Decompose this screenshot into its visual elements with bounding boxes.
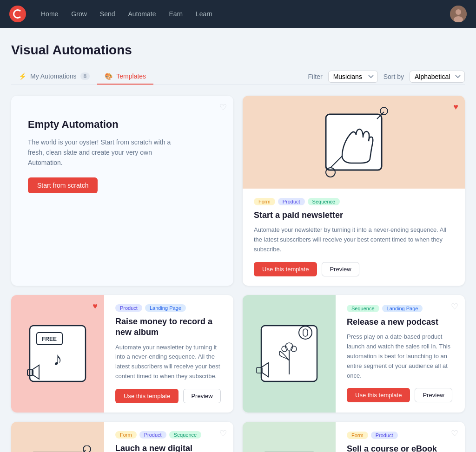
card-sell-course: NEW ♡ Form Product Sell a course or eBoo… — [243, 422, 465, 452]
hand-illustration — [317, 105, 391, 179]
templates-icon: 🎨 — [105, 72, 112, 80]
tag-sequence-dp: Sequence — [169, 431, 202, 439]
tag-form-dp: Form — [115, 431, 137, 439]
tag-product-rm: Product — [115, 304, 142, 312]
paid-newsletter-preview-button[interactable]: Preview — [322, 262, 359, 276]
filter-select[interactable]: Musicians All Podcasters Authors — [328, 71, 378, 83]
tab-automations-label: My Automations — [30, 72, 77, 80]
tab-automations[interactable]: ⚡ My Automations 8 — [11, 69, 97, 85]
digital-product-body: ♡ Form Product Sequence Lauch a new digi… — [104, 422, 233, 452]
release-podcast-image — [243, 295, 336, 413]
digital-product-title: Lauch a new digital product — [115, 443, 222, 452]
filter-label: Filter — [308, 73, 323, 80]
svg-text:FREE: FREE — [42, 336, 57, 342]
card-empty: ♡ Empty Automation The world is your oys… — [11, 96, 233, 286]
page-title: Visual Automations — [11, 43, 465, 58]
sort-label: Sort by — [383, 73, 404, 80]
digital-product-heart[interactable]: ♡ — [219, 428, 227, 439]
empty-card-desc: The world is your oyster! Start from scr… — [28, 137, 177, 168]
release-podcast-body: ♡ Sequence Landing Page Release a new po… — [336, 295, 465, 413]
start-from-scratch-button[interactable]: Start from scratch — [28, 177, 98, 193]
raise-money-actions: Use this template Preview — [115, 389, 222, 403]
raise-money-heart[interactable]: ♥ — [93, 301, 98, 311]
nav-earn[interactable]: Earn — [169, 10, 183, 18]
tabs-right: Filter Musicians All Podcasters Authors … — [308, 71, 465, 83]
tab-templates-label: Templates — [116, 72, 146, 80]
release-podcast-desc: Press play on a date-based product launc… — [347, 332, 454, 380]
raise-money-preview-button[interactable]: Preview — [183, 389, 220, 403]
tab-templates[interactable]: 🎨 Templates — [97, 69, 153, 85]
paid-newsletter-use-button[interactable]: Use this template — [254, 262, 317, 276]
tag-land-rp: Landing Page — [382, 305, 423, 312]
svg-text:♪: ♪ — [53, 348, 62, 369]
cards-grid: ♡ Empty Automation The world is your oys… — [11, 96, 465, 452]
avatar[interactable] — [450, 6, 467, 22]
tag-seq-rp: Sequence — [347, 305, 379, 312]
tag-form-sc: Form — [347, 432, 368, 439]
heart-empty-icon[interactable]: ♡ — [219, 102, 227, 112]
sort-select[interactable]: Alphabetical Most Popular Newest — [410, 71, 465, 83]
digital-product-image — [11, 422, 104, 452]
logo[interactable] — [9, 6, 26, 22]
tag-form: Form — [254, 198, 275, 205]
tabs-left: ⚡ My Automations 8 🎨 Templates — [11, 69, 153, 84]
sell-course-body: ♡ Form Product Sell a course or eBook Pr… — [336, 422, 465, 452]
automations-count: 8 — [80, 72, 90, 80]
paid-newsletter-body: Form Product Sequence Start a paid newsl… — [243, 189, 465, 286]
navbar: Home Grow Send Automate Earn Learn — [0, 0, 476, 28]
card-empty-body: ♡ Empty Automation The world is your oys… — [11, 96, 233, 216]
raise-money-title: Raise money to record a new album — [115, 316, 222, 338]
tag-landing-rm: Landing Page — [145, 304, 186, 312]
tag-product-dp: Product — [139, 431, 166, 439]
sell-course-image: NEW — [243, 422, 336, 452]
nav-learn[interactable]: Learn — [196, 10, 212, 18]
page-content: Visual Automations ⚡ My Automations 8 🎨 … — [0, 28, 476, 452]
empty-card-title: Empty Automation — [28, 118, 217, 131]
book-illustration: NEW — [254, 445, 324, 452]
release-podcast-actions: Use this template Preview — [347, 388, 454, 402]
nav-send[interactable]: Send — [100, 10, 115, 18]
raise-money-desc: Automate your newsletter by turning it i… — [115, 343, 222, 381]
raise-money-image: ♥ FREE ♪ — [11, 295, 104, 413]
release-podcast-heart[interactable]: ♡ — [451, 301, 458, 312]
release-podcast-preview-button[interactable]: Preview — [415, 388, 452, 402]
raise-money-use-button[interactable]: Use this template — [115, 389, 178, 403]
card-release-podcast: ♡ Sequence Landing Page Release a new po… — [243, 295, 465, 413]
card-paid-newsletter: ♥ Form Product Sequence — [243, 96, 465, 286]
automations-icon: ⚡ — [19, 72, 26, 80]
music-illustration: FREE ♪ — [23, 319, 93, 388]
release-podcast-use-button[interactable]: Use this template — [347, 388, 410, 402]
sell-course-title: Sell a course or eBook — [347, 444, 454, 452]
paid-newsletter-image: ♥ — [243, 96, 465, 189]
nav-grow[interactable]: Grow — [71, 10, 86, 18]
card-raise-money: ♥ FREE ♪ Product Landing Page — [11, 295, 233, 413]
card-digital-product: ♡ Form Product Sequence Lauch a new digi… — [11, 422, 233, 452]
paid-newsletter-tags: Form Product Sequence — [254, 198, 454, 205]
heart-filled-icon[interactable]: ♥ — [453, 102, 458, 112]
raise-money-body: Product Landing Page Raise money to reco… — [104, 295, 233, 413]
nav-home[interactable]: Home — [41, 10, 58, 18]
sell-course-heart[interactable]: ♡ — [451, 428, 458, 439]
paid-newsletter-title: Start a paid newsletter — [254, 210, 454, 221]
svg-point-1 — [456, 9, 461, 15]
nav-links: Home Grow Send Automate Earn Learn — [41, 10, 435, 18]
svg-point-5 — [380, 107, 388, 115]
tag-product: Product — [278, 198, 305, 205]
sell-course-tags: Form Product — [347, 432, 454, 439]
tag-sequence: Sequence — [308, 198, 340, 205]
nav-automate[interactable]: Automate — [128, 10, 156, 18]
paid-newsletter-actions: Use this template Preview — [254, 262, 454, 276]
release-podcast-title: Release a new podcast — [347, 317, 454, 328]
raise-money-tags: Product Landing Page — [115, 304, 222, 312]
paid-newsletter-desc: Automate your newsletter by turning it i… — [254, 225, 454, 254]
hand2-illustration — [23, 445, 93, 452]
podcast-illustration — [254, 319, 324, 388]
tag-product-sc: Product — [371, 432, 398, 439]
digital-product-tags: Form Product Sequence — [115, 431, 222, 439]
tabs-bar: ⚡ My Automations 8 🎨 Templates Filter Mu… — [11, 69, 465, 85]
release-podcast-tags: Sequence Landing Page — [347, 305, 454, 312]
